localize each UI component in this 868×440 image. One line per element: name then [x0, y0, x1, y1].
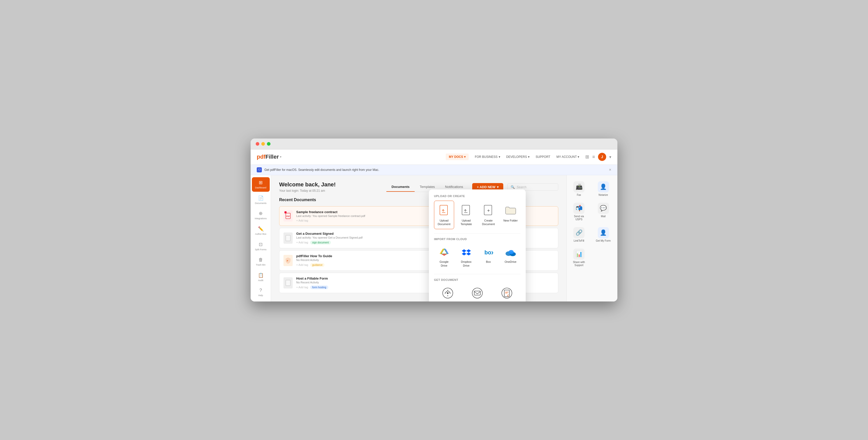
list-icon[interactable]: ≡ [592, 154, 595, 160]
get-url-icon [442, 287, 454, 299]
cloud-grid: Google Drive Dropbox Drive [434, 244, 521, 270]
right-panel: 📠 Fax 👤 Notarize 📬 Send via USPS 💬 Mail [566, 175, 617, 302]
sidebar-item-audit[interactable]: 📋 Audit [252, 270, 270, 284]
svg-text:box: box [485, 249, 493, 256]
dropdown-create-document[interactable]: Create Document [478, 201, 498, 229]
box-label: Box [486, 260, 491, 263]
nav-support[interactable]: SUPPORT [536, 155, 550, 159]
request-doc-icon [501, 287, 513, 299]
dropdown-upload-document[interactable]: Upload Document [434, 201, 454, 229]
send-usps-icon: 📬 [573, 203, 585, 214]
sidebar-item-documents[interactable]: 📄 Documents [252, 193, 270, 207]
get-doc-grid: Get from URL Get from emai [434, 284, 521, 302]
sidebar-item-author-box[interactable]: ✏️ Author Box [252, 224, 270, 238]
banner-close-button[interactable]: × [609, 167, 611, 172]
fullscreen-button[interactable] [267, 142, 271, 146]
svg-point-15 [508, 250, 514, 254]
sidebar-label-help: Help [258, 294, 263, 297]
grid-icon[interactable]: ⊞ [585, 154, 589, 160]
box-icon: box [483, 246, 495, 258]
nav-my-docs-label: MY DOCS [449, 155, 463, 159]
google-drive-label: Google Drive [436, 260, 452, 268]
cloud-google-drive[interactable]: Google Drive [434, 244, 454, 270]
new-folder-icon [505, 204, 516, 217]
shield-icon: 🛡 [257, 167, 262, 172]
nav-my-account[interactable]: MY ACCOUNT ▾ [557, 155, 580, 159]
sidebar-item-help[interactable]: ? Help [252, 285, 270, 300]
search-placeholder: Search [517, 185, 526, 189]
rp-notarize[interactable]: 👤 Notarize [593, 179, 614, 199]
nav-my-account-label: MY ACCOUNT [557, 155, 577, 159]
close-button[interactable] [256, 142, 259, 146]
nav-my-docs[interactable]: MY DOCS ▾ [446, 154, 469, 160]
upload-create-title: UPLOAD OR CREATE [434, 194, 521, 197]
get-my-form-label: Get My Form [596, 239, 611, 243]
rp-send-usps[interactable]: 📬 Send via USPS [569, 201, 589, 223]
rp-linktofill[interactable]: 🔗 LinkToFill [569, 225, 589, 245]
minimize-button[interactable] [261, 142, 265, 146]
doc-thumb-1 [283, 232, 292, 244]
tag-link-3[interactable]: + Add tag [296, 286, 308, 289]
rp-get-my-form[interactable]: 👤 Get My Form [593, 225, 614, 245]
rp-fax[interactable]: 📠 Fax [569, 179, 589, 199]
sidebar-label-dashboard: Dashboard [255, 186, 266, 189]
add-new-dropdown-icon: ▾ [497, 185, 499, 189]
nav-my-account-arrow: ▾ [578, 155, 579, 159]
sidebar-label-documents: Documents [255, 202, 267, 205]
upload-create-grid: Upload Document Upload Tem [434, 201, 521, 229]
svg-rect-2 [286, 235, 290, 241]
logo[interactable]: pdfFiller ▾ [257, 154, 281, 160]
tab-documents[interactable]: Documents [386, 182, 415, 192]
svg-text:PDF: PDF [286, 215, 290, 217]
dashboard-icon: ⊞ [259, 180, 262, 185]
avatar[interactable]: J [598, 153, 606, 161]
nav-developers[interactable]: DEVELOPERS ▾ [506, 155, 529, 159]
get-email-icon [471, 287, 484, 299]
request-document[interactable]: Request document [493, 284, 521, 302]
nav-developers-label: DEVELOPERS [506, 155, 527, 159]
create-document-icon [483, 204, 494, 217]
nav-for-business-label: FOR BUSINESS [475, 155, 497, 159]
welcome-title: Welcome back, Jane! [279, 181, 336, 188]
rp-share-support[interactable]: 📊 Share with Support [569, 247, 589, 269]
tag-link-0[interactable]: + Add tag [296, 219, 308, 222]
get-email-label: Get from email [468, 301, 487, 302]
tag-link-2[interactable]: + Add tag [296, 263, 308, 266]
sidebar-item-integrations[interactable]: ⊕ Integrations [252, 208, 270, 223]
cloud-box[interactable]: box Box [478, 244, 498, 270]
svg-rect-7 [484, 205, 492, 215]
svg-point-17 [447, 292, 448, 294]
linktofill-icon: 🔗 [573, 227, 585, 238]
dropbox-label: Dropbox Drive [458, 260, 474, 268]
upload-template-label: Upload Template [459, 219, 474, 226]
sidebar: ⊞ Dashboard 📄 Documents ⊕ Integrations ✏… [251, 175, 271, 302]
nav-for-business[interactable]: FOR BUSINESS ▾ [475, 155, 500, 159]
tag-link-1[interactable]: + Add tag [296, 241, 308, 244]
nav-avatar-arrow[interactable]: ▾ [609, 155, 611, 159]
last-login: Your last login: Today at 05:21 am [279, 189, 336, 192]
svg-marker-11 [441, 254, 447, 256]
create-document-label: Create Document [480, 219, 496, 226]
add-new-label: + ADD NEW [477, 185, 495, 189]
sidebar-item-dashboard[interactable]: ⊞ Dashboard [252, 177, 270, 192]
sidebar-label-author-box: Author Box [255, 233, 267, 235]
dropbox-icon [460, 246, 472, 258]
split-forms-icon: ⊡ [259, 242, 262, 247]
sidebar-item-trash-bin[interactable]: 🗑 Trash Bin [252, 255, 270, 269]
import-cloud-title: IMPORT FROM CLOUD [434, 238, 521, 241]
send-usps-label: Send via USPS [571, 215, 587, 221]
rp-mail[interactable]: 💬 Mail [593, 201, 614, 223]
get-document-title: GET DOCUMENT [434, 278, 521, 281]
logo-dropdown-icon[interactable]: ▾ [280, 155, 281, 159]
get-from-email[interactable]: Get from email [464, 284, 491, 302]
get-from-url[interactable]: Get from URL [434, 284, 462, 302]
svg-marker-10 [444, 249, 449, 254]
dropdown-new-folder[interactable]: New Folder [500, 201, 521, 229]
nav-support-label: SUPPORT [536, 155, 550, 159]
audit-icon: 📋 [258, 273, 264, 278]
cloud-onedrive[interactable]: OneDrive [500, 244, 521, 270]
sidebar-item-split-forms[interactable]: ⊡ Split Forms [252, 239, 270, 254]
dropdown-upload-template[interactable]: Upload Template [456, 201, 476, 229]
sidebar-label-audit: Audit [258, 279, 264, 282]
cloud-dropbox[interactable]: Dropbox Drive [456, 244, 476, 270]
